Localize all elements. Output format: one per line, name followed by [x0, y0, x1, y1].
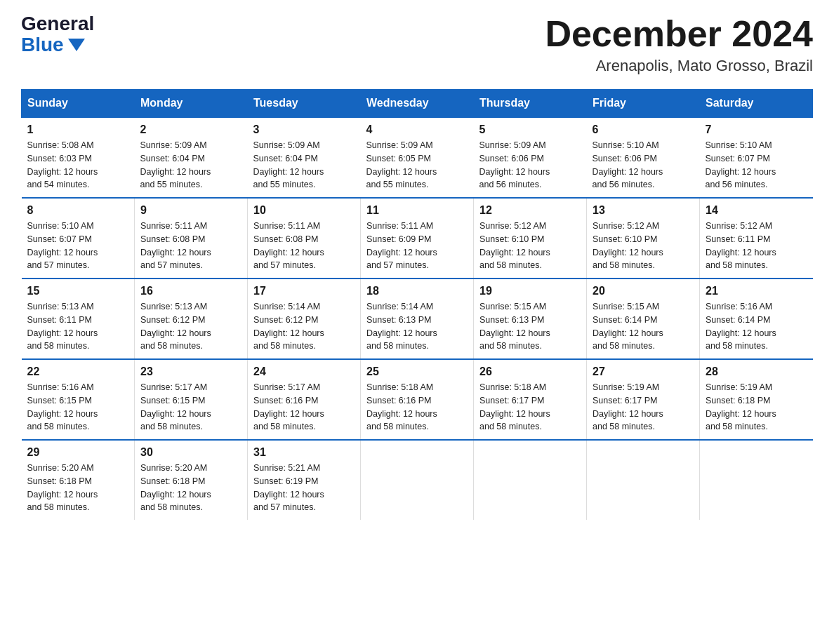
day-info: Sunrise: 5:15 AM Sunset: 6:13 PM Dayligh…: [479, 300, 581, 353]
calendar-day-cell: 18 Sunrise: 5:14 AM Sunset: 6:13 PM Dayl…: [361, 279, 474, 359]
day-number: 9: [140, 204, 241, 217]
col-header-wednesday: Wednesday: [361, 90, 474, 118]
day-info: Sunrise: 5:11 AM Sunset: 6:09 PM Dayligh…: [366, 220, 468, 272]
calendar-table: SundayMondayTuesdayWednesdayThursdayFrid…: [21, 89, 813, 520]
day-info: Sunrise: 5:09 AM Sunset: 6:04 PM Dayligh…: [253, 139, 355, 192]
day-info: Sunrise: 5:18 AM Sunset: 6:17 PM Dayligh…: [479, 381, 581, 434]
day-number: 1: [27, 123, 129, 136]
day-number: 4: [366, 123, 468, 136]
calendar-day-cell: 12 Sunrise: 5:12 AM Sunset: 6:10 PM Dayl…: [474, 198, 587, 279]
day-info: Sunrise: 5:12 AM Sunset: 6:11 PM Dayligh…: [706, 220, 807, 272]
day-info: Sunrise: 5:09 AM Sunset: 6:04 PM Dayligh…: [140, 139, 242, 192]
calendar-day-cell: 15 Sunrise: 5:13 AM Sunset: 6:11 PM Dayl…: [22, 279, 135, 359]
day-info: Sunrise: 5:19 AM Sunset: 6:17 PM Dayligh…: [593, 381, 694, 434]
logo-blue-text: Blue: [21, 34, 85, 56]
day-number: 7: [706, 123, 807, 136]
calendar-day-cell: 23 Sunrise: 5:17 AM Sunset: 6:15 PM Dayl…: [135, 359, 248, 440]
calendar-day-cell: 31 Sunrise: 5:21 AM Sunset: 6:19 PM Dayl…: [248, 440, 361, 520]
day-number: 13: [593, 204, 694, 217]
calendar-day-cell: [587, 440, 700, 520]
day-info: Sunrise: 5:13 AM Sunset: 6:12 PM Dayligh…: [140, 300, 241, 353]
day-info: Sunrise: 5:17 AM Sunset: 6:15 PM Dayligh…: [140, 381, 241, 434]
calendar-day-cell: 1 Sunrise: 5:08 AM Sunset: 6:03 PM Dayli…: [22, 117, 135, 198]
day-info: Sunrise: 5:15 AM Sunset: 6:14 PM Dayligh…: [593, 300, 694, 353]
day-number: 15: [27, 285, 129, 297]
day-info: Sunrise: 5:09 AM Sunset: 6:05 PM Dayligh…: [366, 139, 468, 192]
calendar-day-cell: 8 Sunrise: 5:10 AM Sunset: 6:07 PM Dayli…: [22, 198, 135, 279]
calendar-day-cell: 25 Sunrise: 5:18 AM Sunset: 6:16 PM Dayl…: [361, 359, 474, 440]
day-number: 29: [27, 446, 129, 459]
calendar-day-cell: [700, 440, 813, 520]
calendar-week-row: 15 Sunrise: 5:13 AM Sunset: 6:11 PM Dayl…: [22, 279, 813, 359]
day-number: 12: [479, 204, 581, 217]
day-number: 21: [706, 285, 807, 297]
day-info: Sunrise: 5:14 AM Sunset: 6:12 PM Dayligh…: [253, 300, 355, 353]
calendar-day-cell: 10 Sunrise: 5:11 AM Sunset: 6:08 PM Dayl…: [248, 198, 361, 279]
day-number: 6: [593, 123, 694, 136]
day-number: 16: [140, 285, 241, 297]
calendar-day-cell: 21 Sunrise: 5:16 AM Sunset: 6:14 PM Dayl…: [700, 279, 813, 359]
subtitle: Arenapolis, Mato Grosso, Brazil: [545, 57, 813, 75]
calendar-day-cell: 5 Sunrise: 5:09 AM Sunset: 6:06 PM Dayli…: [474, 117, 587, 198]
calendar-day-cell: 17 Sunrise: 5:14 AM Sunset: 6:12 PM Dayl…: [248, 279, 361, 359]
day-number: 11: [366, 204, 468, 217]
day-number: 26: [479, 365, 581, 378]
title-area: December 2024 Arenapolis, Mato Grosso, B…: [545, 14, 813, 75]
day-info: Sunrise: 5:17 AM Sunset: 6:16 PM Dayligh…: [253, 381, 355, 434]
header: General Blue December 2024 Arenapolis, M…: [21, 14, 813, 75]
day-number: 20: [593, 285, 694, 297]
calendar-day-cell: [474, 440, 587, 520]
day-number: 22: [27, 365, 129, 378]
day-info: Sunrise: 5:14 AM Sunset: 6:13 PM Dayligh…: [366, 300, 468, 353]
day-number: 27: [593, 365, 694, 378]
day-info: Sunrise: 5:19 AM Sunset: 6:18 PM Dayligh…: [706, 381, 807, 434]
day-number: 24: [253, 365, 355, 378]
day-number: 5: [479, 123, 581, 136]
col-header-thursday: Thursday: [474, 90, 587, 118]
calendar-day-cell: 4 Sunrise: 5:09 AM Sunset: 6:05 PM Dayli…: [361, 117, 474, 198]
col-header-saturday: Saturday: [700, 90, 813, 118]
calendar-day-cell: [361, 440, 474, 520]
calendar-day-cell: 9 Sunrise: 5:11 AM Sunset: 6:08 PM Dayli…: [135, 198, 248, 279]
calendar-day-cell: 16 Sunrise: 5:13 AM Sunset: 6:12 PM Dayl…: [135, 279, 248, 359]
calendar-week-row: 29 Sunrise: 5:20 AM Sunset: 6:18 PM Dayl…: [22, 440, 813, 520]
day-number: 10: [253, 204, 355, 217]
day-info: Sunrise: 5:13 AM Sunset: 6:11 PM Dayligh…: [27, 300, 129, 353]
calendar-header-row: SundayMondayTuesdayWednesdayThursdayFrid…: [22, 90, 813, 118]
day-info: Sunrise: 5:10 AM Sunset: 6:07 PM Dayligh…: [706, 139, 807, 192]
calendar-week-row: 8 Sunrise: 5:10 AM Sunset: 6:07 PM Dayli…: [22, 198, 813, 279]
day-number: 19: [479, 285, 581, 297]
col-header-tuesday: Tuesday: [248, 90, 361, 118]
calendar-day-cell: 11 Sunrise: 5:11 AM Sunset: 6:09 PM Dayl…: [361, 198, 474, 279]
day-number: 17: [253, 285, 355, 297]
day-info: Sunrise: 5:11 AM Sunset: 6:08 PM Dayligh…: [253, 220, 355, 272]
day-info: Sunrise: 5:20 AM Sunset: 6:18 PM Dayligh…: [27, 462, 129, 514]
day-info: Sunrise: 5:10 AM Sunset: 6:07 PM Dayligh…: [27, 220, 129, 272]
calendar-day-cell: 6 Sunrise: 5:10 AM Sunset: 6:06 PM Dayli…: [587, 117, 700, 198]
day-info: Sunrise: 5:18 AM Sunset: 6:16 PM Dayligh…: [366, 381, 468, 434]
day-number: 14: [706, 204, 807, 217]
calendar-week-row: 22 Sunrise: 5:16 AM Sunset: 6:15 PM Dayl…: [22, 359, 813, 440]
day-info: Sunrise: 5:21 AM Sunset: 6:19 PM Dayligh…: [253, 462, 355, 514]
calendar-day-cell: 13 Sunrise: 5:12 AM Sunset: 6:10 PM Dayl…: [587, 198, 700, 279]
calendar-day-cell: 2 Sunrise: 5:09 AM Sunset: 6:04 PM Dayli…: [135, 117, 248, 198]
calendar-day-cell: 7 Sunrise: 5:10 AM Sunset: 6:07 PM Dayli…: [700, 117, 813, 198]
day-info: Sunrise: 5:12 AM Sunset: 6:10 PM Dayligh…: [479, 220, 581, 272]
day-number: 3: [253, 123, 355, 136]
day-info: Sunrise: 5:16 AM Sunset: 6:15 PM Dayligh…: [27, 381, 129, 434]
day-info: Sunrise: 5:20 AM Sunset: 6:18 PM Dayligh…: [140, 462, 241, 514]
col-header-sunday: Sunday: [22, 90, 135, 118]
calendar-day-cell: 29 Sunrise: 5:20 AM Sunset: 6:18 PM Dayl…: [22, 440, 135, 520]
day-info: Sunrise: 5:11 AM Sunset: 6:08 PM Dayligh…: [140, 220, 241, 272]
calendar-day-cell: 28 Sunrise: 5:19 AM Sunset: 6:18 PM Dayl…: [700, 359, 813, 440]
calendar-day-cell: 30 Sunrise: 5:20 AM Sunset: 6:18 PM Dayl…: [135, 440, 248, 520]
logo: General Blue: [21, 14, 94, 56]
day-number: 30: [140, 446, 241, 459]
day-info: Sunrise: 5:09 AM Sunset: 6:06 PM Dayligh…: [479, 139, 581, 192]
col-header-friday: Friday: [587, 90, 700, 118]
day-number: 2: [140, 123, 242, 136]
day-info: Sunrise: 5:08 AM Sunset: 6:03 PM Dayligh…: [27, 139, 129, 192]
col-header-monday: Monday: [135, 90, 248, 118]
day-number: 23: [140, 365, 241, 378]
day-number: 25: [366, 365, 468, 378]
